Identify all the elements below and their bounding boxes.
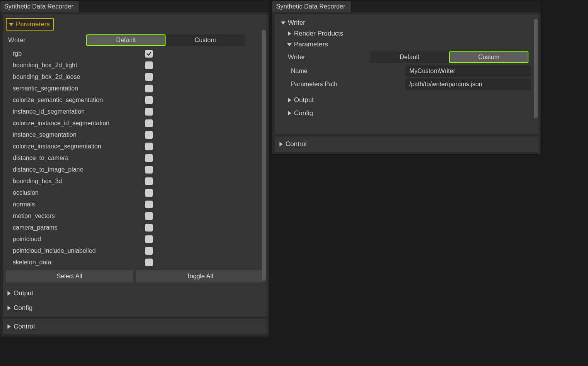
checkbox-camera_params[interactable]: [145, 224, 153, 232]
check-icon: [146, 51, 152, 56]
param-item-rgb: rgb: [10, 48, 263, 59]
writer-label: Writer: [6, 36, 83, 44]
section-output[interactable]: Output: [6, 288, 263, 299]
name-field-label: Name: [291, 68, 405, 75]
param-item-distance_to_image_plane: distance_to_image_plane: [10, 164, 263, 175]
checkbox-bounding_box_3d[interactable]: [145, 177, 153, 185]
scrollbar-thumb-right[interactable]: [534, 19, 538, 118]
section-control-right[interactable]: Control: [278, 139, 535, 150]
scrollbar[interactable]: [262, 30, 266, 297]
parameter-list: rgbbounding_box_2d_tightbounding_box_2d_…: [10, 48, 263, 268]
checkbox-distance_to_camera[interactable]: [145, 154, 153, 162]
writer-row-right: Writer Default Custom: [280, 51, 531, 63]
checkbox-normals[interactable]: [145, 201, 153, 208]
panel-body-right: Writer Render Products Parameters Writer…: [275, 14, 538, 134]
checkbox-pointcloud[interactable]: [145, 235, 153, 243]
param-label: motion_vectors: [13, 213, 145, 220]
section-writer-label: Writer: [288, 19, 305, 27]
param-item-motion_vectors: motion_vectors: [10, 211, 263, 221]
writer-default-button-right[interactable]: Default: [370, 51, 449, 63]
tab-synthetic-data-recorder[interactable]: Synthetic Data Recorder: [272, 1, 351, 12]
param-label: distance_to_image_plane: [13, 166, 145, 173]
param-label: colorize_semantic_segmentation: [13, 97, 145, 104]
section-output-right-label: Output: [294, 96, 314, 104]
section-config-right-label: Config: [294, 109, 313, 117]
panel-right: Synthetic Data Recorder Writer Render Pr…: [272, 0, 541, 155]
chevron-right-icon: [7, 306, 11, 310]
tab-bar-right: Synthetic Data Recorder: [272, 0, 541, 12]
select-all-button[interactable]: Select All: [6, 270, 133, 283]
param-label: pointcloud: [13, 236, 145, 243]
checkbox-rgb[interactable]: [145, 50, 153, 58]
section-writer[interactable]: Writer: [280, 17, 531, 28]
checkbox-occlusion[interactable]: [145, 189, 153, 197]
checkbox-distance_to_image_plane[interactable]: [145, 166, 153, 174]
param-label: semantic_segmentation: [13, 85, 145, 92]
checkbox-motion_vectors[interactable]: [145, 212, 153, 220]
section-render-products[interactable]: Render Products: [280, 28, 531, 39]
param-label: pointcloud_include_unlabelled: [13, 247, 145, 254]
param-item-colorize_semantic_segmentation: colorize_semantic_segmentation: [10, 95, 263, 106]
checkbox-instance_id_segmentation[interactable]: [145, 108, 153, 116]
param-item-bounding_box_2d_tight: bounding_box_2d_tight: [10, 60, 263, 71]
checkbox-pointcloud_include_unlabelled[interactable]: [145, 247, 153, 255]
section-control-right-label: Control: [285, 140, 307, 148]
writer-label-right: Writer: [287, 53, 367, 61]
section-config-right[interactable]: Config: [280, 108, 531, 119]
control-section-right: Control: [275, 136, 538, 152]
section-control[interactable]: Control: [6, 321, 263, 332]
section-parameters-right-label: Parameters: [294, 41, 328, 48]
writer-row: Writer Default Custom: [6, 34, 263, 46]
button-row: Select All Toggle All: [6, 270, 263, 283]
checkbox-colorize_instance_id_segmentation[interactable]: [145, 119, 153, 127]
checkbox-instance_segmentation[interactable]: [145, 131, 153, 139]
chevron-right-icon: [287, 31, 292, 36]
param-item-distance_to_camera: distance_to_camera: [10, 153, 263, 163]
writer-default-button[interactable]: Default: [86, 34, 166, 46]
param-item-colorize_instance_segmentation: colorize_instance_segmentation: [10, 141, 263, 152]
tab-synthetic-data-recorder[interactable]: Synthetic Data Recorder: [0, 1, 79, 12]
name-input[interactable]: [405, 65, 531, 77]
param-item-colorize_instance_id_segmentation: colorize_instance_id_segmentation: [10, 118, 263, 129]
param-item-skeleton_data: skeleton_data: [10, 257, 263, 268]
section-output-label: Output: [14, 289, 33, 297]
chevron-down-icon: [287, 42, 292, 47]
section-parameters-right[interactable]: Parameters: [280, 39, 531, 50]
toggle-all-button[interactable]: Toggle All: [136, 270, 263, 283]
section-control-label: Control: [14, 323, 35, 330]
param-label: rgb: [13, 50, 145, 57]
control-section-left: Control: [3, 319, 267, 334]
checkbox-skeleton_data[interactable]: [145, 259, 153, 266]
chevron-right-icon: [279, 142, 283, 146]
param-label: bounding_box_2d_tight: [13, 62, 145, 69]
section-config-label: Config: [14, 304, 32, 312]
param-item-bounding_box_2d_loose: bounding_box_2d_loose: [10, 71, 263, 82]
checkbox-bounding_box_2d_loose[interactable]: [145, 73, 153, 81]
param-label: bounding_box_2d_loose: [13, 73, 145, 80]
name-field-row: Name: [284, 65, 531, 77]
params-path-field-label: Parameters Path: [291, 81, 405, 88]
scrollbar-thumb[interactable]: [262, 30, 266, 281]
chevron-down-icon: [9, 22, 14, 27]
section-config[interactable]: Config: [6, 303, 263, 313]
param-item-bounding_box_3d: bounding_box_3d: [10, 176, 263, 187]
param-item-occlusion: occlusion: [10, 187, 263, 198]
writer-custom-button[interactable]: Custom: [166, 34, 245, 46]
checkbox-semantic_segmentation[interactable]: [145, 85, 153, 92]
scrollbar-right[interactable]: [534, 19, 538, 129]
section-output-right[interactable]: Output: [280, 95, 531, 106]
chevron-right-icon: [287, 111, 292, 116]
checkbox-colorize_instance_segmentation[interactable]: [145, 143, 153, 150]
param-label: normals: [13, 201, 145, 208]
section-parameters[interactable]: Parameters: [6, 18, 54, 31]
param-label: distance_to_camera: [13, 155, 145, 162]
param-label: colorize_instance_segmentation: [13, 143, 145, 150]
writer-custom-button-right[interactable]: Custom: [449, 51, 528, 63]
panel-body-left: Parameters Writer Default Custom rgbboun…: [3, 14, 267, 317]
param-item-pointcloud_include_unlabelled: pointcloud_include_unlabelled: [10, 245, 263, 256]
params-path-input[interactable]: [405, 78, 531, 90]
param-label: bounding_box_3d: [13, 178, 145, 185]
param-item-semantic_segmentation: semantic_segmentation: [10, 83, 263, 94]
checkbox-bounding_box_2d_tight[interactable]: [145, 61, 153, 69]
checkbox-colorize_semantic_segmentation[interactable]: [145, 96, 153, 104]
